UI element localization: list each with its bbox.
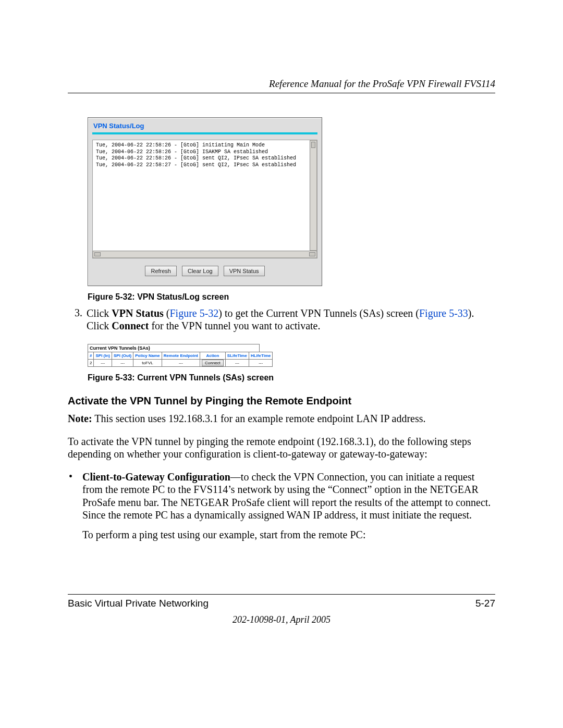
vpn-status-bold: VPN Status [112, 307, 163, 319]
col-action: Action [200, 352, 226, 359]
table-row: 2 --- --- toFVL --- Connect --- --- [88, 359, 273, 366]
current-vpn-tunnels-panel: Current VPN Tunnels (SAs) # SPI (In) SPI… [88, 344, 260, 367]
cell-num: 2 [88, 359, 94, 366]
note-paragraph: Note: This section uses 192.168.3.1 for … [68, 412, 495, 425]
footer-page-number: 5-27 [475, 598, 495, 609]
col-spi-out: SPI (Out) [112, 352, 133, 359]
col-hlifetime: HLifeTime [249, 352, 273, 359]
log-line: Tue, 2004-06-22 22:58:26 - [GtoG] ISAKMP… [96, 149, 308, 156]
footer-section: Basic Virtual Private Networking [68, 598, 209, 609]
tunnels-table-title: Current VPN Tunnels (SAs) [88, 344, 260, 352]
col-remote-endpoint: Remote Endpoint [162, 352, 200, 359]
activate-paragraph: To activate the VPN tunnel by pinging th… [68, 435, 495, 460]
col-spi-in: SPI (In) [94, 352, 112, 359]
horizontal-scrollbar[interactable] [93, 251, 317, 258]
bullet-bold: Client-to-Gateway Configuration [82, 471, 230, 483]
figure-5-33-link[interactable]: Figure 5-33 [419, 307, 468, 319]
vpn-status-button[interactable]: VPN Status [224, 266, 265, 276]
cell-remote: --- [162, 359, 200, 366]
note-text: This section uses 192.168.3.1 for an exa… [92, 413, 426, 424]
step-3-number: 3. [68, 307, 87, 332]
vertical-scrollbar[interactable] [310, 140, 317, 251]
note-label: Note: [68, 413, 92, 424]
header-rule [68, 93, 495, 93]
text-fragment: ) to get the Current VPN Tunnels (SAs) s… [218, 307, 419, 319]
tunnels-table: # SPI (In) SPI (Out) Policy Name Remote … [88, 352, 273, 367]
cell-spi-in: --- [94, 359, 112, 366]
section-heading: Activate the VPN Tunnel by Pinging the R… [68, 395, 495, 407]
step-3-text: Click VPN Status (Figure 5-32) to get th… [87, 307, 495, 332]
clear-log-button[interactable]: Clear Log [182, 266, 218, 276]
refresh-button[interactable]: Refresh [145, 266, 177, 276]
ping-subparagraph: To perform a ping test using our example… [82, 528, 495, 541]
vpn-panel-divider [92, 132, 317, 134]
col-policy-name: Policy Name [133, 352, 162, 359]
vpn-status-log-panel: VPN Status/Log Tue, 2004-06-22 22:58:26 … [88, 117, 322, 286]
connect-button[interactable]: Connect [202, 360, 224, 366]
cell-hlife: --- [249, 359, 273, 366]
figure-5-32-caption: Figure 5-32: VPN Status/Log screen [88, 292, 495, 302]
text-fragment: for the VPN tunnel you want to activate. [149, 320, 320, 331]
col-num: # [88, 352, 94, 359]
col-slifetime: SLifeTime [225, 352, 249, 359]
running-header: Reference Manual for the ProSafe VPN Fir… [68, 78, 495, 93]
footer-date: 202-10098-01, April 2005 [68, 614, 495, 625]
figure-5-33-caption: Figure 5-33: Current VPN Tunnels (SAs) s… [88, 373, 495, 382]
figure-5-32-link[interactable]: Figure 5-32 [169, 307, 218, 319]
cell-action: Connect [200, 359, 226, 366]
cell-policy: toFVL [133, 359, 162, 366]
bullet-mark: • [68, 471, 82, 522]
vpn-log-textarea[interactable]: Tue, 2004-06-22 22:58:26 - [GtoG] initia… [92, 140, 317, 258]
bullet-client-gateway: Client-to-Gateway Configuration—to check… [82, 471, 495, 522]
log-line: Tue, 2004-06-22 22:58:26 - [GtoG] sent Q… [96, 155, 308, 162]
text-fragment: ( [164, 307, 170, 319]
log-line: Tue, 2004-06-22 22:58:27 - [GtoG] sent Q… [96, 162, 308, 169]
vpn-panel-title: VPN Status/Log [92, 121, 317, 131]
text-fragment: Click [87, 307, 112, 319]
cell-spi-out: --- [112, 359, 133, 366]
log-line: Tue, 2004-06-22 22:58:26 - [GtoG] initia… [96, 142, 308, 149]
connect-bold: Connect [112, 320, 149, 331]
cell-slife: --- [225, 359, 249, 366]
